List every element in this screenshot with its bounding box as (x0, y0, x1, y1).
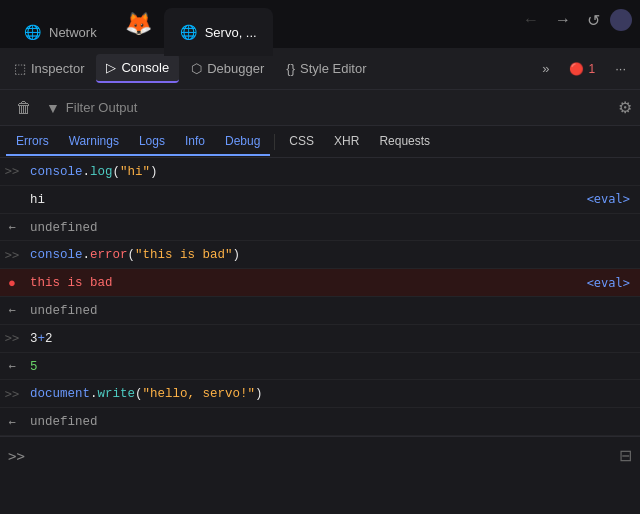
forward-button[interactable]: → (549, 7, 577, 33)
error-icon: ● (8, 275, 16, 290)
input-arrow-icon: >> (5, 387, 19, 401)
overflow-button[interactable]: » (532, 55, 559, 82)
inspector-label: Inspector (31, 61, 84, 76)
entry-gutter: >> (0, 380, 24, 407)
entry-gutter: >> (0, 325, 24, 352)
console-button[interactable]: ▷ Console (96, 54, 179, 83)
console-prompt-icon: >> (8, 448, 25, 464)
filter-icon: ▼ (46, 100, 60, 116)
overflow-icon: » (542, 61, 549, 76)
filter-output-label: Filter Output (66, 100, 138, 115)
entry-gutter: ← (0, 353, 24, 380)
split-console-icon[interactable]: ⊟ (619, 446, 632, 465)
entry-gutter: ← (0, 408, 24, 435)
entry-content: undefined (24, 214, 640, 241)
error-badge: 🔴 1 (561, 58, 603, 80)
filter-bar: 🗑 ▼ Filter Output ⚙ (0, 90, 640, 126)
network-tab[interactable]: 🌐 Network (8, 8, 113, 56)
return-arrow-icon: ← (8, 359, 15, 373)
firefox-logo-icon: 🦊 (125, 11, 152, 37)
entry-source[interactable]: <eval> (583, 269, 640, 296)
return-arrow-icon: ← (8, 303, 15, 317)
entry-content: this is bad (24, 269, 583, 296)
entry-gutter: >> (0, 241, 24, 268)
style-editor-button[interactable]: {} Style Editor (276, 55, 376, 82)
console-icon: ▷ (106, 60, 116, 75)
globe-icon: 🌐 (24, 24, 41, 40)
servo-tab-label: Servo, ... (205, 25, 257, 40)
servo-globe-icon: 🌐 (180, 24, 197, 40)
code-text: console (30, 165, 83, 179)
back-button[interactable]: ← (517, 7, 545, 33)
console-input[interactable] (31, 448, 613, 463)
inspector-icon: ⬚ (14, 61, 26, 76)
tab-errors[interactable]: Errors (6, 128, 59, 156)
entry-content: console.error("this is bad") (24, 241, 640, 268)
console-entry: >> console.log("hi") (0, 158, 640, 186)
tab-debug[interactable]: Debug (215, 128, 270, 156)
level-separator (274, 134, 275, 150)
console-entry: >> document.write("hello, servo!") (0, 380, 640, 408)
entry-gutter: >> (0, 158, 24, 185)
style-editor-label: Style Editor (300, 61, 366, 76)
console-entry: ← undefined (0, 408, 640, 436)
entry-source[interactable]: <eval> (583, 186, 640, 213)
entry-content: console.log("hi") (24, 158, 640, 185)
entry-content: undefined (24, 408, 640, 435)
entry-gutter (0, 186, 24, 213)
console-entry: hi <eval> (0, 186, 640, 214)
more-button[interactable]: ··· (605, 55, 636, 82)
tab-xhr[interactable]: XHR (324, 128, 369, 156)
tab-logs[interactable]: Logs (129, 128, 175, 156)
console-entry: >> 3+2 (0, 325, 640, 353)
inspector-button[interactable]: ⬚ Inspector (4, 55, 94, 82)
tab-warnings[interactable]: Warnings (59, 128, 129, 156)
input-arrow-icon: >> (5, 331, 19, 345)
log-levels-bar: Errors Warnings Logs Info Debug CSS XHR … (0, 126, 640, 158)
profile-avatar[interactable] (610, 9, 632, 31)
console-label: Console (121, 60, 169, 75)
debugger-label: Debugger (207, 61, 264, 76)
tab-info[interactable]: Info (175, 128, 215, 156)
console-entry: >> console.error("this is bad") (0, 241, 640, 269)
error-count: 1 (588, 62, 595, 76)
entry-content: 5 (24, 353, 640, 380)
error-circle-icon: 🔴 (569, 62, 584, 76)
settings-icon[interactable]: ⚙ (618, 98, 632, 117)
debugger-button[interactable]: ⬡ Debugger (181, 55, 274, 82)
entry-content: 3+2 (24, 325, 640, 352)
entry-gutter: ● (0, 269, 24, 296)
firefox-icon-btn[interactable]: 🦊 (117, 0, 160, 48)
clear-console-button[interactable]: 🗑 (8, 95, 40, 121)
return-arrow-icon: ← (8, 415, 15, 429)
browser-tabs-bar: 🌐 Network 🦊 🌐 Servo, ... ← → ↺ (0, 0, 640, 48)
nav-controls: ← → ↺ (517, 0, 632, 48)
tab-css[interactable]: CSS (279, 128, 324, 156)
debugger-icon: ⬡ (191, 61, 202, 76)
more-icon: ··· (615, 61, 626, 76)
tab-requests[interactable]: Requests (369, 128, 440, 156)
entry-gutter: ← (0, 297, 24, 324)
servo-tab[interactable]: 🌐 Servo, ... (164, 8, 273, 56)
console-output: >> console.log("hi") hi <eval> ← undefin… (0, 158, 640, 436)
console-entry-error: ● this is bad <eval> (0, 269, 640, 297)
console-entry: ← undefined (0, 297, 640, 325)
main-content: ⬚ Inspector ▷ Console ⬡ Debugger {} Styl… (0, 48, 640, 474)
entry-gutter: ← (0, 214, 24, 241)
entry-content: document.write("hello, servo!") (24, 380, 640, 407)
style-editor-icon: {} (286, 61, 295, 76)
return-arrow-icon: ← (8, 220, 15, 234)
input-arrow-icon: >> (5, 164, 19, 178)
network-tab-label: Network (49, 25, 97, 40)
reload-button[interactable]: ↺ (581, 7, 606, 34)
console-entry: ← undefined (0, 214, 640, 242)
console-input-row: >> ⊟ (0, 436, 640, 474)
entry-content: hi (24, 186, 583, 213)
input-arrow-icon: >> (5, 248, 19, 262)
console-entry: ← 5 (0, 353, 640, 381)
entry-content: undefined (24, 297, 640, 324)
